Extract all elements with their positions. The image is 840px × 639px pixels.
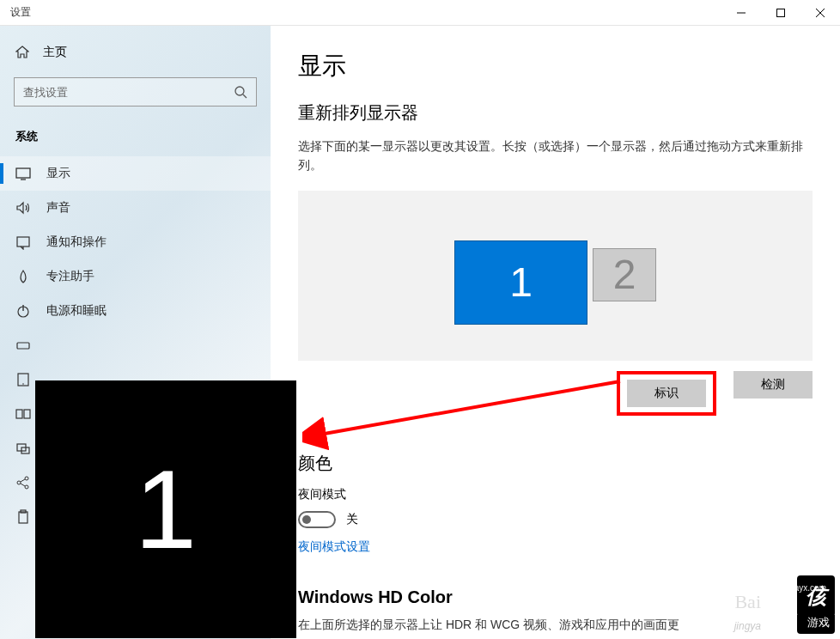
clipboard-icon	[15, 509, 31, 525]
sound-icon	[15, 200, 31, 216]
arrange-desc: 选择下面的某一显示器以更改其设置。长按（或选择）一个显示器，然后通过拖动方式来重…	[298, 137, 813, 175]
annotation-highlight: 标识	[617, 371, 716, 416]
sidebar-item-focus[interactable]: 专注助手	[0, 259, 271, 294]
search-input-box[interactable]	[14, 77, 257, 106]
sidebar-item-label: 电源和睡眠	[46, 303, 107, 319]
arrange-heading: 重新排列显示器	[298, 101, 813, 125]
hd-color-desc: 在上面所选择的显示器上让 HDR 和 WCG 视频、游戏和应用中的画面更	[298, 618, 813, 633]
svg-rect-14	[16, 410, 22, 418]
notification-icon	[15, 234, 31, 250]
focus-icon	[15, 269, 31, 284]
sidebar-item-label: 声音	[46, 200, 70, 216]
hd-color-heading: Windows HD Color	[298, 587, 813, 607]
close-button[interactable]	[800, 0, 840, 26]
svg-point-18	[17, 481, 21, 484]
sidebar-item-notifications[interactable]: 通知和操作	[0, 225, 271, 259]
monitor-2[interactable]: 2	[593, 248, 656, 301]
maximize-button[interactable]	[761, 0, 800, 26]
main-panel: 显示 重新排列显示器 选择下面的某一显示器以更改其设置。长按（或选择）一个显示器…	[271, 26, 840, 639]
search-input[interactable]	[23, 86, 234, 99]
sidebar-item-label: 显示	[46, 166, 70, 181]
svg-point-19	[25, 477, 28, 480]
sidebar-item-label: 专注助手	[46, 269, 94, 284]
sidebar-item-label: 通知和操作	[46, 234, 107, 250]
color-heading: 颜色	[298, 452, 813, 475]
svg-rect-23	[19, 512, 27, 523]
home-label: 主页	[43, 45, 67, 60]
search-icon	[234, 85, 247, 99]
identify-button[interactable]: 标识	[627, 380, 706, 407]
detect-button[interactable]: 检测	[733, 371, 813, 399]
svg-point-20	[25, 485, 28, 489]
page-title: 显示	[298, 50, 813, 82]
titlebar: 设置	[0, 0, 840, 26]
home-icon	[15, 46, 31, 59]
project-icon	[15, 441, 31, 456]
display-arrange-area[interactable]: 1 2	[298, 191, 813, 361]
svg-line-5	[243, 94, 247, 98]
home-nav[interactable]: 主页	[0, 36, 271, 69]
window-title: 设置	[0, 5, 31, 20]
share-icon	[15, 475, 31, 490]
storage-icon	[15, 338, 31, 353]
tablet-icon	[15, 372, 31, 387]
toggle-state: 关	[346, 512, 358, 527]
svg-rect-1	[777, 9, 785, 16]
power-icon	[15, 303, 31, 319]
sidebar-item-extra-1[interactable]	[0, 328, 271, 362]
multitask-icon	[15, 406, 31, 422]
svg-rect-8	[17, 237, 29, 246]
svg-line-21	[21, 479, 25, 482]
monitor-1[interactable]: 1	[454, 240, 587, 325]
night-mode-label: 夜间模式	[298, 487, 813, 502]
sidebar-item-power[interactable]: 电源和睡眠	[0, 294, 271, 328]
identify-overlay: 1	[35, 380, 296, 638]
svg-point-13	[22, 383, 24, 385]
minimize-button[interactable]	[721, 0, 761, 26]
night-mode-settings-link[interactable]: 夜间模式设置	[298, 539, 370, 553]
window-controls	[721, 0, 840, 26]
svg-line-22	[21, 484, 25, 486]
svg-point-4	[235, 87, 244, 95]
display-icon	[15, 166, 31, 181]
night-mode-toggle[interactable]	[298, 511, 336, 528]
sidebar-item-display[interactable]: 显示	[0, 156, 271, 191]
svg-rect-11	[17, 343, 29, 349]
sidebar-category: 系统	[0, 122, 271, 156]
svg-rect-15	[24, 410, 30, 418]
sidebar-item-sound[interactable]: 声音	[0, 191, 271, 225]
svg-rect-6	[16, 168, 30, 178]
